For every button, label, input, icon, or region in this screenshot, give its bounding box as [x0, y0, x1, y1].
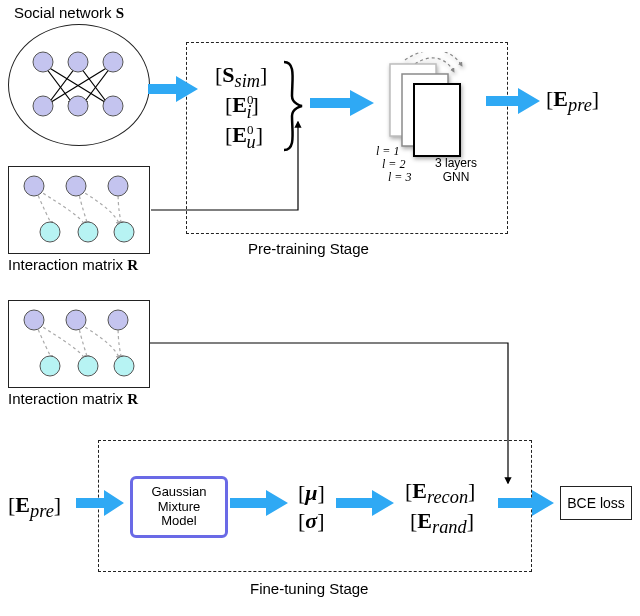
svg-point-19 — [66, 176, 86, 196]
svg-point-8 — [103, 52, 123, 72]
svg-point-23 — [114, 222, 134, 242]
svg-point-26 — [108, 310, 128, 330]
interaction-matrix-sym-top: R — [127, 257, 138, 273]
svg-point-25 — [66, 310, 86, 330]
pretraining-stage-label: Pre-training Stage — [248, 240, 369, 257]
svg-rect-14 — [414, 84, 460, 156]
epre-sub: pre — [568, 95, 592, 115]
svg-point-28 — [78, 356, 98, 376]
social-network-sym: S — [116, 5, 124, 21]
interaction-matrix-bottom-svg — [8, 300, 148, 386]
ssim-sym: S — [222, 62, 234, 87]
l2: l = 2 — [382, 157, 405, 171]
svg-marker-17 — [486, 88, 540, 114]
svg-point-7 — [68, 52, 88, 72]
svg-point-18 — [24, 176, 44, 196]
svg-marker-30 — [76, 490, 124, 516]
svg-point-20 — [108, 176, 128, 196]
bce-label: BCE loss — [567, 495, 625, 511]
finetuning-stage-label: Fine-tuning Stage — [250, 580, 368, 597]
gnn-caption-2: GNN — [443, 170, 470, 184]
epre2-sub: pre — [30, 501, 54, 521]
sigma-sym: σ — [305, 508, 317, 533]
ei0-sym: E — [232, 92, 247, 117]
l1: l = 1 — [376, 144, 399, 158]
svg-point-29 — [114, 356, 134, 376]
interaction-matrix-top-svg — [8, 166, 148, 252]
social-network-svg — [8, 24, 148, 144]
fat-arrow-3 — [486, 86, 540, 116]
interaction-matrix-title-top: Interaction matrix — [8, 256, 123, 273]
ssim-sub: sim — [235, 71, 260, 91]
gmm-l3: Model — [161, 513, 196, 528]
interaction-matrix-title-bottom: Interaction matrix — [8, 390, 123, 407]
epre-sym: E — [553, 86, 568, 111]
fat-arrow-2 — [310, 88, 374, 118]
svg-point-11 — [103, 96, 123, 116]
svg-point-24 — [24, 310, 44, 330]
epre2-sym: E — [15, 492, 30, 517]
svg-point-21 — [40, 222, 60, 242]
erand-sym: E — [417, 508, 432, 533]
social-network-title: Social network — [14, 4, 112, 21]
fat-arrow-1 — [148, 74, 198, 104]
l3: l = 3 — [388, 170, 411, 184]
svg-point-6 — [33, 52, 53, 72]
gnn-caption-1: 3 layers — [435, 156, 477, 170]
bce-loss-box: BCE loss — [560, 486, 632, 520]
erand-sub: rand — [432, 517, 467, 537]
svg-point-27 — [40, 356, 60, 376]
svg-marker-15 — [148, 76, 198, 102]
gmm-l2: Mixture — [158, 499, 201, 514]
close-bracket: ] — [260, 62, 267, 87]
svg-marker-16 — [310, 90, 374, 116]
thin-arrow-bottom — [148, 340, 518, 500]
interaction-matrix-sym-bottom: R — [127, 391, 138, 407]
thin-arrow-top — [148, 120, 308, 215]
svg-point-22 — [78, 222, 98, 242]
svg-point-9 — [33, 96, 53, 116]
svg-point-10 — [68, 96, 88, 116]
fat-arrow-b1 — [76, 490, 124, 516]
